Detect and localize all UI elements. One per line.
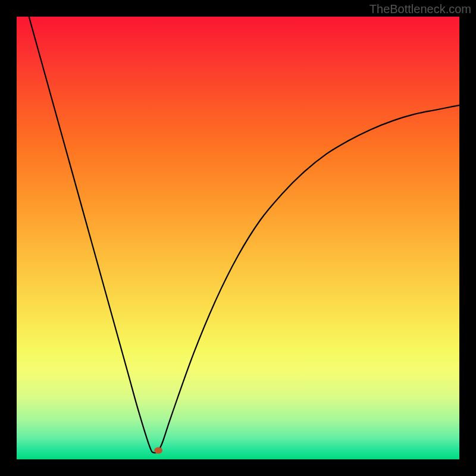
plot-area bbox=[17, 17, 459, 459]
minimum-marker bbox=[154, 447, 162, 454]
chart-svg bbox=[17, 17, 459, 459]
watermark-text: TheBottleneck.com bbox=[369, 2, 471, 16]
bottleneck-curve bbox=[17, 17, 459, 453]
